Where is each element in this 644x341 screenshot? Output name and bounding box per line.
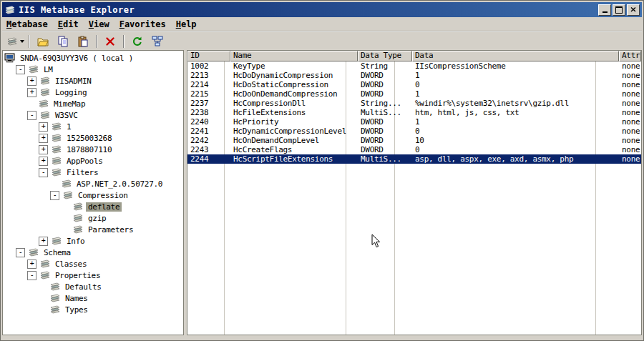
expand-icon[interactable]: + bbox=[39, 145, 48, 154]
tree-item-deflate[interactable]: deflate bbox=[3, 201, 183, 212]
tree-item-asp-net-2-0-50727-0[interactable]: ASP.NET_2.0.50727.0 bbox=[3, 178, 183, 189]
connections-button[interactable] bbox=[147, 34, 167, 49]
tree-item-mimemap[interactable]: MimeMap bbox=[3, 98, 183, 109]
cell-id: 1002 bbox=[187, 61, 230, 71]
refresh-icon bbox=[132, 36, 143, 47]
tree-item-label: 1878807110 bbox=[64, 145, 114, 154]
collapse-icon[interactable]: - bbox=[50, 191, 59, 200]
node-icon bbox=[49, 293, 62, 303]
collapse-icon[interactable]: - bbox=[27, 271, 36, 280]
delete-button[interactable] bbox=[100, 34, 120, 49]
cell-type: MultiS... bbox=[358, 154, 412, 164]
cell-type: String... bbox=[358, 99, 412, 108]
expand-icon[interactable]: + bbox=[27, 76, 36, 86]
list-row-2214[interactable]: 2214HcDoStaticCompressionDWORD0none bbox=[187, 80, 641, 89]
tree-item-filters[interactable]: -Filters bbox=[3, 167, 183, 178]
tree-item-compression[interactable]: -Compression bbox=[3, 189, 183, 201]
list-row-2243[interactable]: 2243HcCreateFlagsDWORD0none bbox=[187, 145, 641, 154]
list-row-2237[interactable]: 2237HcCompressionDllString...%windir%\sy… bbox=[187, 99, 641, 108]
column-header-data[interactable]: Data bbox=[412, 51, 619, 61]
tree-item-properties[interactable]: -Properties bbox=[3, 270, 183, 281]
cell-name: HcOnDemandCompLevel bbox=[230, 136, 358, 145]
tree-item-names[interactable]: Names bbox=[3, 292, 183, 304]
tree-item-1[interactable]: +1 bbox=[3, 121, 183, 132]
cell-data: 0 bbox=[412, 145, 619, 154]
menu-edit[interactable]: Edit bbox=[54, 18, 84, 31]
list-row-2240[interactable]: 2240HcPriorityDWORD1none bbox=[187, 117, 641, 127]
cell-name: HcCompressionDll bbox=[230, 99, 358, 108]
cell-type: MultiS... bbox=[358, 108, 412, 117]
node-icon bbox=[72, 213, 84, 223]
collapse-icon[interactable]: - bbox=[27, 111, 36, 120]
list-row-1002[interactable]: 1002KeyTypeStringIIsCompressionSchemenon… bbox=[187, 61, 641, 71]
tree-item-schema[interactable]: -Schema bbox=[3, 247, 183, 258]
menu-favorites[interactable]: Favorites bbox=[115, 18, 172, 31]
open-icon bbox=[37, 36, 49, 47]
cell-type: DWORD bbox=[358, 117, 412, 127]
tree-item-snda-69q3uyy3v6-local[interactable]: SNDA-69Q3UYY3V6 ( local ) bbox=[3, 52, 183, 64]
tree-item-defaults[interactable]: Defaults bbox=[3, 281, 183, 292]
tree-item-w3svc[interactable]: -W3SVC bbox=[3, 109, 183, 121]
paste-button[interactable] bbox=[73, 34, 93, 49]
list-row-2213[interactable]: 2213HcDoDynamicCompressionDWORD1none bbox=[187, 71, 641, 80]
tree-item-info[interactable]: +Info bbox=[3, 235, 183, 247]
list-row-2242[interactable]: 2242HcOnDemandCompLevelDWORD10none bbox=[187, 136, 641, 145]
dropdown-arrow-icon[interactable] bbox=[20, 40, 24, 43]
copy-button[interactable] bbox=[53, 34, 73, 49]
tree-item-lm[interactable]: -LM bbox=[3, 64, 183, 75]
collapse-icon[interactable]: - bbox=[16, 248, 25, 257]
node-icon bbox=[38, 99, 50, 109]
tree-item-apppools[interactable]: +AppPools bbox=[3, 155, 183, 167]
column-header-name[interactable]: Name bbox=[230, 51, 358, 61]
node-icon bbox=[72, 202, 84, 212]
tree-item-gzip[interactable]: gzip bbox=[3, 212, 183, 224]
cell-data: htm, html, js, css, txt bbox=[412, 108, 619, 117]
list-row-2215[interactable]: 2215HcDoOnDemandCompressionDWORD1none bbox=[187, 89, 641, 99]
refresh-button[interactable] bbox=[127, 34, 147, 49]
node-icon bbox=[39, 87, 52, 97]
open-button[interactable] bbox=[33, 34, 53, 49]
column-header-id[interactable]: ID bbox=[187, 51, 230, 61]
maximize-button[interactable] bbox=[613, 4, 625, 16]
expand-icon[interactable]: + bbox=[39, 157, 48, 166]
expand-icon[interactable]: + bbox=[39, 134, 48, 143]
minimize-button[interactable] bbox=[598, 4, 611, 16]
cell-data: 1 bbox=[412, 89, 619, 99]
collapse-icon[interactable]: - bbox=[39, 168, 48, 177]
cell-name: HcDynamicCompressionLevel bbox=[230, 127, 358, 136]
menu-help[interactable]: Help bbox=[172, 18, 203, 31]
menu-metabase[interactable]: Metabase bbox=[2, 18, 54, 31]
expand-icon[interactable]: + bbox=[27, 88, 36, 97]
node-icon bbox=[28, 64, 40, 74]
tree-item-iisadmin[interactable]: +IISADMIN bbox=[3, 75, 183, 87]
cell-id: 2243 bbox=[187, 145, 230, 154]
network-icon bbox=[152, 36, 163, 47]
list-row-2241[interactable]: 2241HcDynamicCompressionLevelDWORD0none bbox=[187, 127, 641, 136]
tree-item-logging[interactable]: +Logging bbox=[3, 87, 183, 98]
new-key-button[interactable] bbox=[5, 34, 26, 49]
expand-icon[interactable]: + bbox=[27, 260, 36, 269]
tree-item-parameters[interactable]: Parameters bbox=[3, 224, 183, 235]
expand-icon[interactable]: + bbox=[39, 122, 48, 132]
list-row-2238[interactable]: 2238HcFileExtensionsMultiS...htm, html, … bbox=[187, 108, 641, 117]
app-window: IIS Metabase Explorer MetabaseEditViewFa… bbox=[0, 0, 644, 341]
node-icon bbox=[49, 282, 62, 292]
column-header-attributes[interactable]: Attributes bbox=[619, 51, 641, 61]
cell-id: 2242 bbox=[187, 136, 230, 145]
cell-name: KeyType bbox=[230, 61, 358, 71]
tree-item-1525003268[interactable]: +1525003268 bbox=[3, 132, 183, 144]
column-header-data-type[interactable]: Data Type bbox=[358, 51, 412, 61]
tree-item-classes[interactable]: +Classes bbox=[3, 258, 183, 270]
close-button[interactable] bbox=[627, 4, 640, 16]
tree-item-1878807110[interactable]: +1878807110 bbox=[3, 144, 183, 155]
cell-data: 1 bbox=[412, 117, 619, 127]
list-row-2244[interactable]: 2244HcScriptFileExtensionsMultiS...asp, … bbox=[187, 154, 641, 164]
copy-icon bbox=[57, 36, 69, 47]
collapse-icon[interactable]: - bbox=[16, 65, 25, 74]
tree-item-types[interactable]: Types bbox=[3, 304, 183, 315]
menu-view[interactable]: View bbox=[84, 18, 115, 31]
cell-type: DWORD bbox=[358, 145, 412, 154]
expand-icon[interactable]: + bbox=[39, 237, 48, 246]
new-key-icon bbox=[6, 36, 18, 47]
title-bar[interactable]: IIS Metabase Explorer bbox=[2, 2, 642, 17]
